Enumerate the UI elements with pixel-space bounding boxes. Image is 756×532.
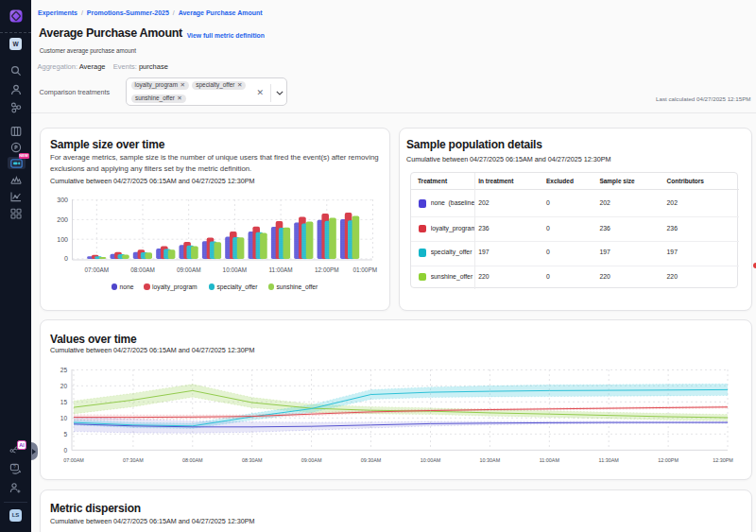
svg-text:?: ? (13, 464, 16, 470)
